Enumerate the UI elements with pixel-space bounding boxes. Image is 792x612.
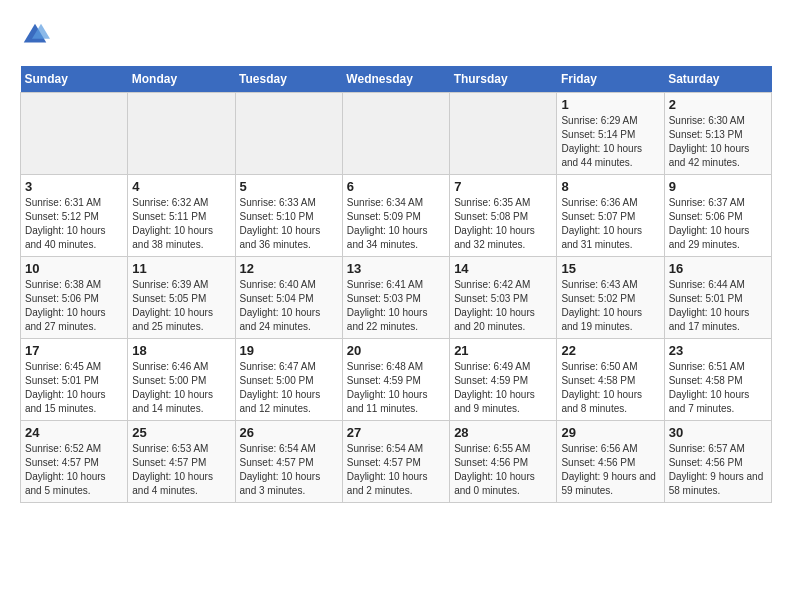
day-info: Sunrise: 6:40 AMSunset: 5:04 PMDaylight:… [240, 278, 338, 334]
calendar-cell: 14Sunrise: 6:42 AMSunset: 5:03 PMDayligh… [450, 257, 557, 339]
calendar-cell: 25Sunrise: 6:53 AMSunset: 4:57 PMDayligh… [128, 421, 235, 503]
calendar-cell: 11Sunrise: 6:39 AMSunset: 5:05 PMDayligh… [128, 257, 235, 339]
day-number: 5 [240, 179, 338, 194]
day-info: Sunrise: 6:30 AMSunset: 5:13 PMDaylight:… [669, 114, 767, 170]
day-info: Sunrise: 6:32 AMSunset: 5:11 PMDaylight:… [132, 196, 230, 252]
calendar-cell: 18Sunrise: 6:46 AMSunset: 5:00 PMDayligh… [128, 339, 235, 421]
header-day: Tuesday [235, 66, 342, 93]
calendar-cell: 6Sunrise: 6:34 AMSunset: 5:09 PMDaylight… [342, 175, 449, 257]
calendar-cell: 28Sunrise: 6:55 AMSunset: 4:56 PMDayligh… [450, 421, 557, 503]
day-info: Sunrise: 6:50 AMSunset: 4:58 PMDaylight:… [561, 360, 659, 416]
calendar-week: 3Sunrise: 6:31 AMSunset: 5:12 PMDaylight… [21, 175, 772, 257]
day-info: Sunrise: 6:49 AMSunset: 4:59 PMDaylight:… [454, 360, 552, 416]
day-info: Sunrise: 6:45 AMSunset: 5:01 PMDaylight:… [25, 360, 123, 416]
day-number: 18 [132, 343, 230, 358]
day-number: 28 [454, 425, 552, 440]
calendar-week: 24Sunrise: 6:52 AMSunset: 4:57 PMDayligh… [21, 421, 772, 503]
day-number: 23 [669, 343, 767, 358]
day-number: 4 [132, 179, 230, 194]
calendar-cell: 13Sunrise: 6:41 AMSunset: 5:03 PMDayligh… [342, 257, 449, 339]
day-number: 17 [25, 343, 123, 358]
calendar-week: 17Sunrise: 6:45 AMSunset: 5:01 PMDayligh… [21, 339, 772, 421]
calendar-cell: 30Sunrise: 6:57 AMSunset: 4:56 PMDayligh… [664, 421, 771, 503]
logo-icon [20, 20, 50, 50]
calendar-cell: 16Sunrise: 6:44 AMSunset: 5:01 PMDayligh… [664, 257, 771, 339]
day-number: 13 [347, 261, 445, 276]
calendar-cell: 9Sunrise: 6:37 AMSunset: 5:06 PMDaylight… [664, 175, 771, 257]
calendar-cell: 26Sunrise: 6:54 AMSunset: 4:57 PMDayligh… [235, 421, 342, 503]
calendar-cell: 8Sunrise: 6:36 AMSunset: 5:07 PMDaylight… [557, 175, 664, 257]
day-number: 22 [561, 343, 659, 358]
day-number: 27 [347, 425, 445, 440]
day-info: Sunrise: 6:38 AMSunset: 5:06 PMDaylight:… [25, 278, 123, 334]
calendar-cell: 15Sunrise: 6:43 AMSunset: 5:02 PMDayligh… [557, 257, 664, 339]
calendar-cell: 20Sunrise: 6:48 AMSunset: 4:59 PMDayligh… [342, 339, 449, 421]
header-day: Wednesday [342, 66, 449, 93]
calendar-cell: 19Sunrise: 6:47 AMSunset: 5:00 PMDayligh… [235, 339, 342, 421]
day-info: Sunrise: 6:37 AMSunset: 5:06 PMDaylight:… [669, 196, 767, 252]
day-number: 25 [132, 425, 230, 440]
day-number: 1 [561, 97, 659, 112]
day-info: Sunrise: 6:39 AMSunset: 5:05 PMDaylight:… [132, 278, 230, 334]
day-info: Sunrise: 6:52 AMSunset: 4:57 PMDaylight:… [25, 442, 123, 498]
calendar-cell: 3Sunrise: 6:31 AMSunset: 5:12 PMDaylight… [21, 175, 128, 257]
calendar-cell: 29Sunrise: 6:56 AMSunset: 4:56 PMDayligh… [557, 421, 664, 503]
calendar-cell: 22Sunrise: 6:50 AMSunset: 4:58 PMDayligh… [557, 339, 664, 421]
calendar-cell: 24Sunrise: 6:52 AMSunset: 4:57 PMDayligh… [21, 421, 128, 503]
day-number: 6 [347, 179, 445, 194]
day-info: Sunrise: 6:57 AMSunset: 4:56 PMDaylight:… [669, 442, 767, 498]
header-day: Sunday [21, 66, 128, 93]
day-info: Sunrise: 6:56 AMSunset: 4:56 PMDaylight:… [561, 442, 659, 498]
day-number: 2 [669, 97, 767, 112]
day-number: 9 [669, 179, 767, 194]
day-info: Sunrise: 6:48 AMSunset: 4:59 PMDaylight:… [347, 360, 445, 416]
day-info: Sunrise: 6:44 AMSunset: 5:01 PMDaylight:… [669, 278, 767, 334]
header-day: Monday [128, 66, 235, 93]
calendar-cell [128, 93, 235, 175]
calendar-week: 1Sunrise: 6:29 AMSunset: 5:14 PMDaylight… [21, 93, 772, 175]
day-info: Sunrise: 6:35 AMSunset: 5:08 PMDaylight:… [454, 196, 552, 252]
calendar-week: 10Sunrise: 6:38 AMSunset: 5:06 PMDayligh… [21, 257, 772, 339]
calendar-cell: 7Sunrise: 6:35 AMSunset: 5:08 PMDaylight… [450, 175, 557, 257]
calendar-body: 1Sunrise: 6:29 AMSunset: 5:14 PMDaylight… [21, 93, 772, 503]
day-info: Sunrise: 6:41 AMSunset: 5:03 PMDaylight:… [347, 278, 445, 334]
day-info: Sunrise: 6:54 AMSunset: 4:57 PMDaylight:… [240, 442, 338, 498]
calendar-cell: 10Sunrise: 6:38 AMSunset: 5:06 PMDayligh… [21, 257, 128, 339]
day-number: 29 [561, 425, 659, 440]
header-day: Saturday [664, 66, 771, 93]
day-info: Sunrise: 6:46 AMSunset: 5:00 PMDaylight:… [132, 360, 230, 416]
day-number: 20 [347, 343, 445, 358]
day-number: 21 [454, 343, 552, 358]
day-number: 7 [454, 179, 552, 194]
calendar-table: SundayMondayTuesdayWednesdayThursdayFrid… [20, 66, 772, 503]
calendar-cell [450, 93, 557, 175]
day-number: 10 [25, 261, 123, 276]
day-info: Sunrise: 6:55 AMSunset: 4:56 PMDaylight:… [454, 442, 552, 498]
header-day: Friday [557, 66, 664, 93]
header-day: Thursday [450, 66, 557, 93]
calendar-cell: 12Sunrise: 6:40 AMSunset: 5:04 PMDayligh… [235, 257, 342, 339]
day-number: 26 [240, 425, 338, 440]
day-number: 11 [132, 261, 230, 276]
day-info: Sunrise: 6:43 AMSunset: 5:02 PMDaylight:… [561, 278, 659, 334]
calendar-cell: 1Sunrise: 6:29 AMSunset: 5:14 PMDaylight… [557, 93, 664, 175]
day-info: Sunrise: 6:47 AMSunset: 5:00 PMDaylight:… [240, 360, 338, 416]
day-info: Sunrise: 6:31 AMSunset: 5:12 PMDaylight:… [25, 196, 123, 252]
day-info: Sunrise: 6:53 AMSunset: 4:57 PMDaylight:… [132, 442, 230, 498]
day-number: 16 [669, 261, 767, 276]
day-info: Sunrise: 6:33 AMSunset: 5:10 PMDaylight:… [240, 196, 338, 252]
day-info: Sunrise: 6:54 AMSunset: 4:57 PMDaylight:… [347, 442, 445, 498]
calendar-cell: 21Sunrise: 6:49 AMSunset: 4:59 PMDayligh… [450, 339, 557, 421]
calendar-cell: 2Sunrise: 6:30 AMSunset: 5:13 PMDaylight… [664, 93, 771, 175]
day-number: 12 [240, 261, 338, 276]
day-number: 15 [561, 261, 659, 276]
calendar-header: SundayMondayTuesdayWednesdayThursdayFrid… [21, 66, 772, 93]
day-info: Sunrise: 6:36 AMSunset: 5:07 PMDaylight:… [561, 196, 659, 252]
calendar-cell: 23Sunrise: 6:51 AMSunset: 4:58 PMDayligh… [664, 339, 771, 421]
day-number: 19 [240, 343, 338, 358]
calendar-cell: 27Sunrise: 6:54 AMSunset: 4:57 PMDayligh… [342, 421, 449, 503]
calendar-cell [342, 93, 449, 175]
day-info: Sunrise: 6:51 AMSunset: 4:58 PMDaylight:… [669, 360, 767, 416]
day-number: 24 [25, 425, 123, 440]
day-number: 14 [454, 261, 552, 276]
